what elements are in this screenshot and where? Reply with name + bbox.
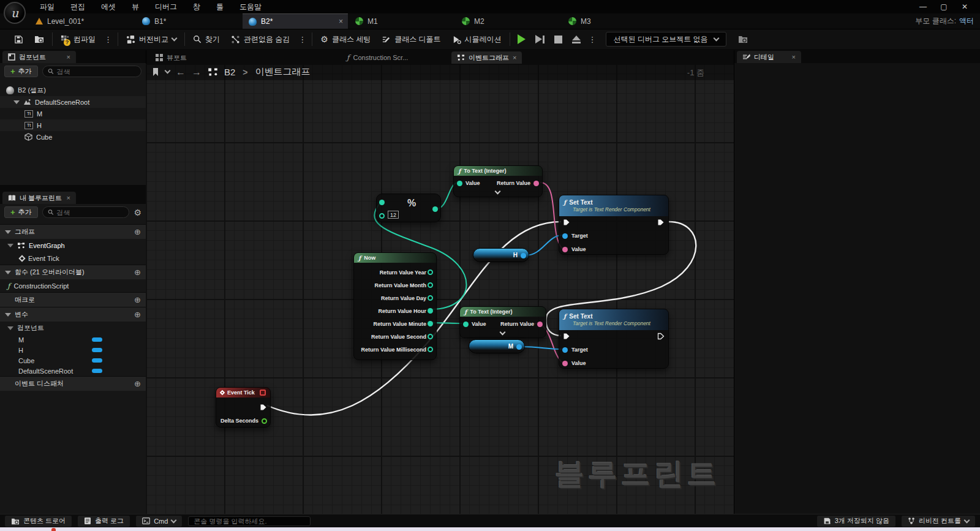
event-graph-canvas[interactable]: Event Tick Delta Seconds ƒ Now Return Va… — [146, 64, 734, 514]
tab-close-icon[interactable]: × — [513, 54, 516, 61]
bookmark-icon[interactable] — [152, 67, 159, 77]
menu-edit[interactable]: 편집 — [62, 0, 93, 13]
tab-b2[interactable]: B2* × — [243, 13, 348, 29]
output-log-button[interactable]: 출력 로그 — [78, 516, 130, 527]
debug-browse-button[interactable] — [733, 29, 753, 50]
node-get-h[interactable]: H — [473, 248, 529, 262]
node-set-text-minute[interactable]: ƒSet Text Target is Text Render Componen… — [559, 309, 669, 369]
chevron-down-icon[interactable] — [495, 189, 501, 195]
menu-tools[interactable]: 툴 — [208, 0, 232, 13]
component-row-h[interactable]: Tt H — [0, 119, 146, 131]
node-set-text-hour[interactable]: ƒSet Text Target is Text Render Componen… — [559, 195, 669, 255]
m-output-pin[interactable] — [516, 344, 522, 350]
component-row-scene-root[interactable]: DefaultSceneRoot — [0, 96, 146, 108]
event-tick-row[interactable]: Event Tick — [0, 252, 146, 265]
value-pin[interactable] — [562, 247, 568, 252]
month-pin[interactable] — [428, 282, 433, 288]
variable-row-m[interactable]: M — [0, 334, 146, 345]
value-pin[interactable] — [457, 181, 462, 186]
components-category-row[interactable]: 컴포넌트 — [0, 322, 146, 334]
node-event-tick[interactable]: Event Tick Delta Seconds — [216, 387, 271, 427]
stop-button[interactable] — [554, 36, 562, 43]
millisecond-pin[interactable] — [428, 347, 433, 352]
tab-m1[interactable]: M1 — [349, 13, 454, 29]
component-row-m[interactable]: Tt M — [0, 108, 146, 119]
tab-viewport[interactable]: 뷰포트 — [150, 51, 192, 64]
close-icon[interactable]: × — [67, 194, 70, 201]
year-pin[interactable] — [428, 269, 433, 275]
unsaved-assets-button[interactable]: 3개 저장되지 않음 — [817, 516, 895, 527]
menu-asset[interactable]: 에셋 — [93, 0, 124, 13]
tab-construction-script[interactable]: ƒ Construction Scr... — [341, 51, 413, 64]
menu-help[interactable]: 도움말 — [232, 0, 270, 13]
add-graph-icon[interactable]: ⊕ — [134, 227, 141, 236]
forward-arrow[interactable]: → — [192, 67, 202, 78]
macros-section-header[interactable]: 매크로 ⊕ — [0, 292, 146, 307]
exec-out-pin[interactable] — [657, 219, 665, 226]
parent-class-link[interactable]: 액터 — [959, 16, 974, 26]
content-drawer-button[interactable]: 콘텐츠 드로어 — [5, 516, 72, 527]
add-macro-icon[interactable]: ⊕ — [134, 295, 141, 304]
h-output-pin[interactable] — [521, 253, 526, 258]
tab-components[interactable]: 컴포넌트 × — [2, 51, 76, 63]
target-pin[interactable] — [562, 233, 568, 239]
functions-section-header[interactable]: 함수 (21 오버라이더블) ⊕ — [0, 265, 146, 279]
dispatchers-section-header[interactable]: 이벤트 디스패처 ⊕ — [0, 376, 146, 391]
save-button[interactable] — [9, 29, 29, 50]
back-arrow[interactable]: ← — [176, 67, 186, 78]
class-defaults-button[interactable]: 클래스 디폴트 — [376, 29, 446, 50]
step-button[interactable] — [535, 35, 545, 43]
tab-event-graph[interactable]: 이벤트그래프 × — [451, 51, 522, 64]
breadcrumb-root[interactable]: B2 — [224, 67, 235, 77]
hide-options-kebab[interactable]: ⋮ — [295, 35, 309, 44]
eject-button[interactable] — [572, 36, 581, 43]
modulo-input-a-pin[interactable] — [379, 200, 385, 205]
browse-asset-button[interactable] — [29, 29, 50, 50]
menu-view[interactable]: 뷰 — [124, 0, 147, 13]
day-pin[interactable] — [428, 295, 433, 301]
exec-in-pin[interactable] — [563, 219, 570, 226]
minimize-button[interactable]: — — [913, 0, 933, 13]
tab-details[interactable]: 디테일 × — [737, 51, 801, 63]
tab-my-blueprint[interactable]: 내 블루프린트 × — [2, 192, 76, 204]
add-variable-icon[interactable]: ⊕ — [134, 310, 141, 319]
modulo-input-b-pin[interactable] — [379, 213, 385, 219]
tab-b1[interactable]: B1* — [136, 13, 241, 29]
second-pin[interactable] — [428, 334, 433, 339]
diff-button[interactable]: 버전비교 — [121, 29, 182, 50]
component-row-cube[interactable]: Cube — [0, 131, 146, 143]
compile-options-kebab[interactable]: ⋮ — [101, 35, 115, 44]
modulo-output-pin[interactable] — [432, 206, 438, 212]
simulate-button[interactable]: 시뮬레이션 — [447, 29, 507, 50]
add-component-button[interactable]: + 추가 — [4, 66, 38, 77]
hide-unrelated-button[interactable]: 관련없음 숨김 — [225, 29, 295, 50]
close-icon[interactable]: × — [67, 53, 70, 61]
node-to-text-hour[interactable]: ƒ To Text (Integer) Value Return Value — [453, 165, 543, 197]
event-graph-row[interactable]: EventGraph — [0, 239, 146, 252]
delta-seconds-pin[interactable] — [262, 418, 267, 424]
value-pin[interactable] — [463, 322, 469, 327]
chevron-down-icon[interactable] — [500, 330, 506, 336]
add-blueprint-item-button[interactable]: + 추가 — [4, 206, 38, 218]
cmd-dropdown[interactable]: Cmd — [136, 516, 182, 527]
play-options-kebab[interactable]: ⋮ — [586, 35, 600, 44]
breadcrumb-current[interactable]: 이벤트그래프 — [255, 66, 311, 78]
components-search[interactable] — [42, 66, 141, 77]
variable-row-cube[interactable]: Cube — [0, 355, 146, 366]
node-now[interactable]: ƒ Now Return Value Year Return Value Mon… — [353, 252, 437, 360]
return-value-pin[interactable] — [533, 181, 539, 186]
construction-script-row[interactable]: ƒ ConstructionScript — [0, 279, 146, 292]
compile-button[interactable]: ? 컴파일 — [55, 29, 101, 50]
component-row-self[interactable]: B2 (셀프) — [0, 85, 146, 96]
menu-window[interactable]: 창 — [185, 0, 208, 13]
add-dispatcher-icon[interactable]: ⊕ — [134, 379, 141, 388]
exec-out-pin[interactable] — [260, 404, 267, 411]
variable-row-scene-root[interactable]: DefaultSceneRoot — [0, 366, 146, 376]
divisor-literal[interactable]: 12 — [388, 211, 399, 219]
revision-control-button[interactable]: 리비전 컨트롤 — [902, 516, 975, 527]
node-modulo[interactable]: 12 % — [376, 194, 441, 222]
class-settings-button[interactable]: ⚙ 클래스 세팅 — [315, 29, 376, 50]
exec-in-pin[interactable] — [563, 333, 570, 340]
tab-m3[interactable]: M3 — [562, 13, 668, 29]
value-pin[interactable] — [562, 361, 568, 366]
